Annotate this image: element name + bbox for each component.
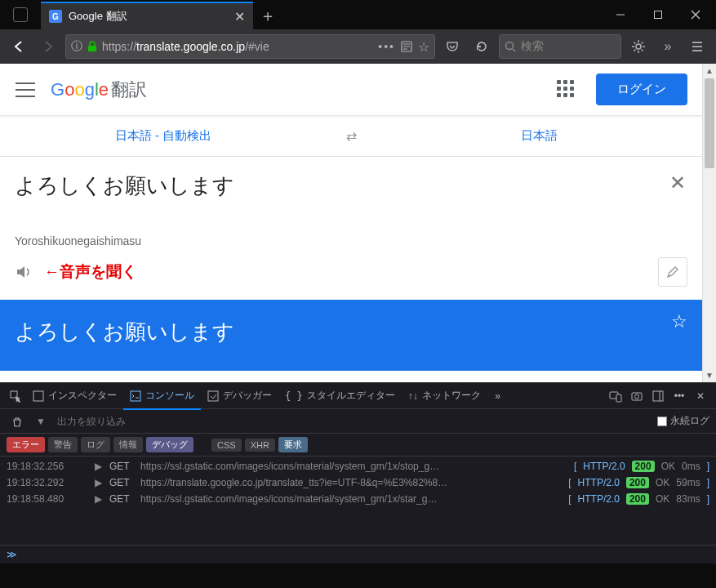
- svg-line-16: [634, 42, 636, 44]
- listen-source-button[interactable]: [15, 263, 33, 281]
- login-button[interactable]: ログイン: [596, 74, 687, 105]
- devtools-close-button[interactable]: ✕: [690, 385, 711, 407]
- tab-style-editor[interactable]: { }スタイルエディター: [278, 383, 402, 409]
- log-row[interactable]: 19:18:32.256▶GEThttps://ssl.gstatic.com/…: [0, 458, 716, 474]
- badge-xhr[interactable]: XHR: [245, 439, 275, 452]
- log-timing: 0ms: [682, 461, 700, 472]
- url-bar[interactable]: ⓘ https://translate.google.co.jp/#vie ••…: [65, 34, 435, 59]
- log-method: GET: [109, 477, 134, 488]
- search-bar[interactable]: 検索: [499, 34, 621, 59]
- expand-arrow-icon[interactable]: ▶: [95, 461, 103, 472]
- handwriting-input-button[interactable]: [658, 257, 687, 287]
- svg-rect-24: [33, 391, 43, 401]
- screenshot-icon[interactable]: [626, 385, 647, 407]
- log-url[interactable]: https://ssl.gstatic.com/images/icons/mat…: [140, 461, 567, 472]
- page-actions-icon[interactable]: •••: [378, 40, 395, 53]
- svg-line-18: [634, 50, 636, 51]
- save-translation-button[interactable]: ☆: [671, 311, 687, 332]
- log-timing: 83ms: [676, 493, 700, 505]
- dock-mode-icon[interactable]: [647, 385, 669, 407]
- log-method: GET: [109, 493, 134, 505]
- logo-suffix: 翻訳: [111, 78, 147, 102]
- svg-rect-29: [632, 393, 642, 400]
- log-url[interactable]: https://translate.google.co.jp/translate…: [140, 477, 562, 488]
- responsive-mode-icon[interactable]: [605, 385, 626, 407]
- log-row[interactable]: 19:18:32.292▶GEThttps://translate.google…: [0, 474, 716, 491]
- tab-overflow-icon[interactable]: »: [487, 385, 509, 407]
- devtools-panel: インスペクター コンソール デバッガー { }スタイルエディター ↑↓ネットワー…: [0, 382, 716, 564]
- overflow-menu-icon[interactable]: »: [656, 34, 680, 59]
- new-tab-button[interactable]: ＋: [253, 2, 282, 29]
- app-menu-button[interactable]: [685, 34, 709, 59]
- badge-requests[interactable]: 要求: [278, 437, 308, 452]
- scroll-up-icon[interactable]: ▲: [703, 64, 716, 78]
- source-language-button[interactable]: 日本語 - 自動検出: [0, 128, 327, 144]
- clear-console-button[interactable]: [7, 411, 28, 432]
- hamburger-menu-icon[interactable]: [15, 79, 36, 100]
- svg-rect-25: [131, 391, 140, 401]
- svg-rect-26: [208, 391, 218, 401]
- user-annotation: ←音声を聞く: [44, 261, 137, 283]
- bookmark-star-icon[interactable]: ☆: [418, 39, 429, 55]
- badge-css[interactable]: CSS: [211, 439, 242, 452]
- persist-logs-checkbox[interactable]: 永続ログ: [657, 414, 709, 428]
- scroll-thumb[interactable]: [705, 78, 714, 168]
- source-text[interactable]: よろしくお願いします: [15, 172, 687, 200]
- maximize-button[interactable]: [639, 2, 677, 27]
- console-log-list: 19:18:32.256▶GEThttps://ssl.gstatic.com/…: [0, 457, 716, 545]
- console-filter-badges: エラー 警告 ログ 情報 デバッグ CSS XHR 要求: [0, 434, 716, 457]
- window-close-button[interactable]: [677, 2, 714, 27]
- badge-error[interactable]: エラー: [7, 437, 45, 452]
- lock-icon[interactable]: [87, 41, 97, 52]
- forward-button[interactable]: [36, 34, 60, 59]
- browser-tab-bar: G Google 翻訳 ✕ ＋: [0, 0, 716, 29]
- back-button[interactable]: [7, 34, 31, 59]
- reader-mode-icon[interactable]: [400, 40, 413, 53]
- console-prompt[interactable]: ≫: [0, 545, 716, 564]
- svg-point-30: [635, 394, 639, 399]
- log-protocol: HTTP/2.0: [578, 493, 620, 505]
- addons-gear-icon[interactable]: [626, 34, 651, 59]
- google-translate-logo[interactable]: Google 翻訳: [51, 78, 147, 102]
- log-status: 200: [626, 493, 649, 505]
- browser-tab-active[interactable]: G Google 翻訳 ✕: [41, 2, 253, 29]
- tab-network[interactable]: ↑↓ネットワーク: [402, 383, 487, 409]
- target-language-button[interactable]: 日本語: [376, 128, 702, 144]
- search-icon: [505, 41, 516, 52]
- badge-info[interactable]: 情報: [113, 437, 143, 452]
- checkbox-icon[interactable]: [657, 416, 667, 426]
- tab-inspector[interactable]: インスペクター: [26, 383, 123, 409]
- badge-debug[interactable]: デバッグ: [146, 437, 193, 452]
- badge-log[interactable]: ログ: [81, 437, 110, 452]
- svg-line-17: [642, 50, 643, 51]
- log-row[interactable]: 19:18:58.480▶GEThttps://ssl.gstatic.com/…: [0, 491, 716, 507]
- clear-input-button[interactable]: ✕: [669, 172, 686, 194]
- badge-warn[interactable]: 警告: [48, 437, 78, 452]
- tab-console[interactable]: コンソール: [123, 383, 201, 409]
- google-apps-icon[interactable]: [557, 80, 576, 100]
- page-scrollbar[interactable]: ▲ ▼: [702, 64, 716, 382]
- source-text-area[interactable]: よろしくお願いします ✕ Yoroshikuonegaishimasu ←音声を…: [0, 157, 702, 295]
- refresh-button[interactable]: [469, 34, 494, 59]
- devtools-menu-icon[interactable]: •••: [669, 385, 690, 407]
- console-filter-input[interactable]: [54, 412, 649, 430]
- site-info-icon[interactable]: ⓘ: [71, 39, 82, 54]
- pick-element-icon[interactable]: [5, 385, 26, 407]
- svg-rect-28: [616, 394, 621, 402]
- svg-point-9: [506, 42, 514, 50]
- expand-arrow-icon[interactable]: ▶: [95, 493, 103, 505]
- svg-rect-31: [653, 391, 663, 401]
- expand-arrow-icon[interactable]: ▶: [95, 477, 103, 488]
- tab-close-button[interactable]: ✕: [234, 9, 245, 24]
- language-selector-row: 日本語 - 自動検出 ⇄ 日本語: [0, 116, 702, 157]
- swap-languages-button[interactable]: ⇄: [327, 128, 376, 144]
- svg-line-19: [642, 42, 643, 44]
- minimize-button[interactable]: [602, 2, 639, 27]
- tab-debugger[interactable]: デバッガー: [201, 383, 278, 409]
- log-url[interactable]: https://ssl.gstatic.com/images/icons/mat…: [140, 493, 562, 505]
- scroll-down-icon[interactable]: ▼: [703, 368, 716, 382]
- filter-funnel-icon[interactable]: ▼: [36, 416, 46, 427]
- pocket-icon[interactable]: [440, 34, 465, 59]
- log-timing: 59ms: [676, 477, 700, 488]
- container-indicator-icon: [13, 7, 28, 22]
